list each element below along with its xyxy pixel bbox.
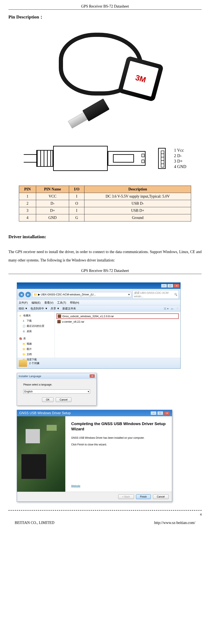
prompt-text: Please select a language. [23,383,90,386]
maximize-button[interactable]: ☐ [157,411,163,415]
file-list: Gnss_usbcdc_windows_3264_v1.2.0.8.rar u-… [55,312,180,358]
th-name: PIN Name [36,186,69,193]
minimize-button[interactable]: ─ [161,284,167,288]
file-item[interactable]: u-center_v8.22.rar [56,319,179,324]
section-pin-description: Pin Description： [9,14,201,20]
folder-icon [19,360,27,367]
table-row: 1 VCC I DC 3.6 V-5.5V supply input,Typic… [19,193,191,200]
path-text: ▶ UBX-GNSS-CDC-ACM-windows_Driver_(U... [38,293,96,296]
close-button[interactable]: ✕ [90,374,95,378]
page-number: 4 [9,513,201,516]
setup-wizard: GNSS USB Windows Driver Setup ─ ☐ ✕ Comp… [17,410,172,502]
footer-url: http://www.sz-beitian.com/ [154,520,195,525]
language-select[interactable]: English▾ [23,390,90,394]
nav-libraries[interactable]: 📚库 [18,336,54,341]
ok-button[interactable]: OK [42,398,54,402]
sticker-3m: 3M [123,61,159,96]
menu-bar: 文件(F) 编辑(E) 查看(V) 工具(T) 帮助(H) [17,300,180,306]
product-image: 3M [42,26,168,131]
search-field[interactable]: 搜索 UBX-GNSS-CDC-ACM-windo... 🔍 [133,290,179,299]
search-icon: 🔍 [174,293,177,296]
organize-button[interactable]: 组织 ▼ [19,307,28,310]
nav-videos[interactable]: 📁视频 [18,341,54,346]
nav-downloads[interactable]: ⬇下载 [18,318,54,324]
nav-favorites[interactable]: ★收藏夹 [18,313,54,318]
newfolder-button[interactable]: 新建文件夹 [62,307,76,310]
close-button[interactable]: ✕ [164,411,170,415]
usb-pinout-diagram: 1 Vcc 2 D- 3 D+ 4 GND [9,144,201,173]
wizard-text-1: GNSS USB Windows Driver has been install… [71,436,166,440]
wizard-side-image [17,416,65,492]
explorer-window: ─ ☐ ✕ ◄ ► 📁 ▶ UBX-GNSS-CDC-ACM-windows_D… [17,282,181,369]
folder-icon: 📁 [34,293,37,296]
forward-button[interactable]: ► [25,292,31,297]
share-button[interactable]: 共享 ▼ [51,307,59,310]
website-link[interactable]: Website [71,484,80,488]
toolbar: 组织 ▼ 包含到库中 ▼ 共享 ▼ 新建文件夹 ☷ ▾ ▭ ❔ [17,306,180,312]
table-row: 4 GND G Ground [19,214,191,222]
nav-pane: ★收藏夹 ⬇下载 🕘最近访问的位置 🖥桌面 📚库 📁视频 📁图片 📁文档 📁迅雷… [17,312,55,358]
cancel-button[interactable]: Cancel [153,494,169,499]
divider [9,510,201,510]
minimize-button[interactable]: ─ [151,411,156,415]
address-field[interactable]: 📁 ▶ UBX-GNSS-CDC-ACM-windows_Driver_(U..… [32,292,131,297]
nav-recent[interactable]: 🕘最近访问的位置 [18,324,54,329]
pin-table: PIN PIN Name I/O Description 1 VCC I DC … [19,186,191,222]
driver-text: The GPS receiver need to install the dri… [9,248,201,264]
cancel-button[interactable]: Cancel [56,398,71,402]
back-button: < Back [118,494,134,499]
page-header-2: GPS Receiver BS-72 Datasheet [9,268,201,274]
wizard-titlebar: GNSS USB Windows Driver Setup ─ ☐ ✕ [17,410,172,416]
table-row: 3 D+ I USB D+ [19,207,191,214]
include-button[interactable]: 包含到库中 ▼ [31,307,47,310]
pin-legend: 1 Vcc 2 D- 3 D+ 4 GND [174,148,186,169]
nav-pictures[interactable]: 📁图片 [18,346,54,352]
rar-icon [58,314,61,318]
preview-icon[interactable]: ▭ [171,307,173,310]
wizard-text-2: Click Finish to close this wizard. [71,443,166,446]
th-io: I/O [69,186,84,193]
th-pin: PIN [19,186,36,193]
view-icon[interactable]: ☷ ▾ [164,307,169,310]
menu-edit[interactable]: 编辑(E) [32,301,41,304]
rar-icon [57,320,61,323]
footer: BEITIAN CO., LIMITED http://www.sz-beiti… [9,520,201,529]
help-icon[interactable]: ❔ [175,307,179,310]
wizard-heading: Completing the GNSS USB Windows Driver S… [71,421,166,432]
footer-company: BEITIAN CO., LIMITED [15,520,54,525]
menu-file[interactable]: 文件(F) [19,301,28,304]
language-dialog: Installer Language ✕ Please select a lan… [17,373,96,406]
maximize-button[interactable]: ☐ [167,284,173,288]
file-item-highlighted[interactable]: Gnss_usbcdc_windows_3264_v1.2.0.8.rar [56,314,179,319]
menu-view[interactable]: 查看(V) [44,301,53,304]
table-row: 2 D- O USB D- [19,200,191,207]
page-header: GPS Receiver BS-72 Datasheet [9,4,201,10]
menu-help[interactable]: 帮助(H) [70,301,79,304]
menu-tools[interactable]: 工具(T) [57,301,66,304]
th-desc: Description [84,186,191,193]
dialog-title: Installer Language ✕ [17,373,96,379]
section-driver-install: Driver installation: [9,234,201,240]
finish-button[interactable]: Finish [136,494,151,499]
address-bar: ◄ ► 📁 ▶ UBX-GNSS-CDC-ACM-windows_Driver_… [17,289,180,300]
back-button[interactable]: ◄ [19,292,24,297]
close-button[interactable]: ✕ [174,284,179,288]
nav-documents[interactable]: 📁文档 [18,352,54,357]
titlebar: ─ ☐ ✕ [17,282,180,289]
nav-desktop[interactable]: 🖥桌面 [18,329,54,334]
